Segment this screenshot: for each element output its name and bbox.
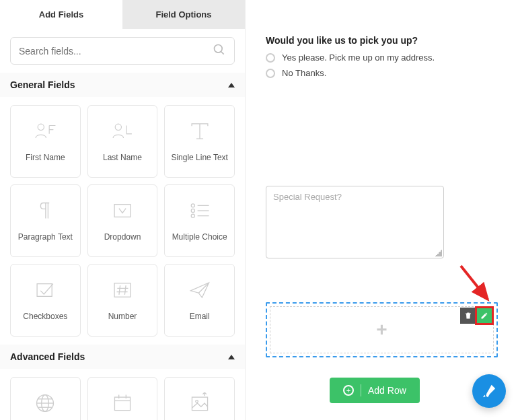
special-request-textarea[interactable]: Special Request? <box>266 186 444 258</box>
field-date[interactable] <box>87 377 158 420</box>
plus-icon: + <box>376 319 387 341</box>
delete-row-button[interactable] <box>460 308 476 324</box>
svg-rect-11 <box>37 283 52 296</box>
svg-point-3 <box>115 124 121 130</box>
collapse-icon <box>228 83 235 88</box>
svg-rect-4 <box>114 204 131 217</box>
svg-point-5 <box>191 203 194 207</box>
general-fields-grid: First Name Last Name Single Line Text Pa… <box>0 97 245 345</box>
dropdown-icon <box>111 201 134 223</box>
svg-point-7 <box>191 209 194 212</box>
field-label: Checkboxes <box>23 312 67 321</box>
add-row-button[interactable]: + Add Row <box>330 378 420 403</box>
radio-label: Yes please. Pick me up on my address. <box>282 53 435 63</box>
checkbox-icon <box>34 280 57 302</box>
pilcrow-icon <box>36 201 54 223</box>
radio-label: No Thanks. <box>282 68 326 78</box>
edit-row-button[interactable] <box>476 308 492 324</box>
field-paragraph[interactable]: Paragraph Text <box>10 184 81 257</box>
svg-rect-18 <box>114 397 130 411</box>
tabs: Add Fields Field Options <box>0 0 245 29</box>
field-email[interactable]: Email <box>164 264 235 337</box>
hash-icon <box>111 280 134 302</box>
person-f-icon <box>34 121 57 143</box>
field-single-line[interactable]: Single Line Text <box>164 105 235 178</box>
image-upload-icon <box>189 392 211 416</box>
field-label: Number <box>108 312 137 321</box>
field-label: Paragraph Text <box>18 232 73 242</box>
field-label: Last Name <box>103 153 142 162</box>
question-label: Would you like us to pick you up? <box>266 35 498 46</box>
field-first-name[interactable]: First Name <box>10 105 81 178</box>
svg-point-2 <box>38 124 44 130</box>
section-advanced-header[interactable]: Advanced Fields <box>0 345 245 369</box>
section-general-title: General Fields <box>10 79 75 90</box>
plus-circle-icon: + <box>343 385 354 396</box>
calendar-icon <box>112 392 133 416</box>
field-website[interactable] <box>10 377 81 420</box>
field-dropdown[interactable]: Dropdown <box>87 184 158 257</box>
paper-plane-icon <box>188 280 211 302</box>
field-label: Multiple Choice <box>172 232 227 242</box>
search-input[interactable] <box>19 46 213 57</box>
radio-option-1[interactable]: Yes please. Pick me up on my address. <box>266 53 498 63</box>
field-last-name[interactable]: Last Name <box>87 105 158 178</box>
person-l-icon <box>111 121 134 143</box>
search-wrap <box>0 29 245 73</box>
divider <box>361 384 361 396</box>
svg-line-24 <box>461 266 488 300</box>
search-icon <box>213 43 226 59</box>
field-label: Email <box>190 312 210 321</box>
radio-icon <box>266 69 275 78</box>
svg-point-23 <box>195 400 198 403</box>
radio-icon <box>266 53 275 63</box>
advanced-fields-grid <box>0 369 245 420</box>
brush-icon <box>482 384 496 398</box>
section-general-header[interactable]: General Fields <box>0 73 245 97</box>
search-container <box>10 37 235 65</box>
floating-action-button[interactable] <box>472 374 506 408</box>
collapse-icon <box>228 355 235 359</box>
field-label: Single Line Text <box>171 153 228 162</box>
textarea-placeholder: Special Request? <box>273 192 342 202</box>
svg-line-1 <box>221 52 224 55</box>
tab-field-options[interactable]: Field Options <box>122 0 245 29</box>
globe-icon <box>34 392 56 416</box>
field-checkboxes[interactable]: Checkboxes <box>10 264 81 337</box>
field-multiple-choice[interactable]: Multiple Choice <box>164 184 235 257</box>
form-preview: Would you like us to pick you up? Yes pl… <box>246 0 518 420</box>
radio-option-2[interactable]: No Thanks. <box>266 68 498 78</box>
svg-rect-12 <box>114 283 131 296</box>
svg-point-0 <box>215 45 223 53</box>
row-dropzone[interactable]: + <box>266 302 498 357</box>
tab-add-fields[interactable]: Add Fields <box>0 0 122 29</box>
svg-point-9 <box>191 214 194 217</box>
left-panel: Add Fields Field Options General Fields … <box>0 0 246 420</box>
field-number[interactable]: Number <box>87 264 158 337</box>
field-label: First Name <box>26 153 65 162</box>
resize-handle-icon[interactable] <box>435 250 442 256</box>
field-image[interactable] <box>164 377 235 420</box>
section-advanced-title: Advanced Fields <box>10 351 85 362</box>
dropzone-actions <box>460 308 492 324</box>
add-row-label: Add Row <box>368 385 406 396</box>
text-t-icon <box>188 121 211 143</box>
radio-list-icon <box>188 201 211 223</box>
field-label: Dropdown <box>104 232 141 242</box>
